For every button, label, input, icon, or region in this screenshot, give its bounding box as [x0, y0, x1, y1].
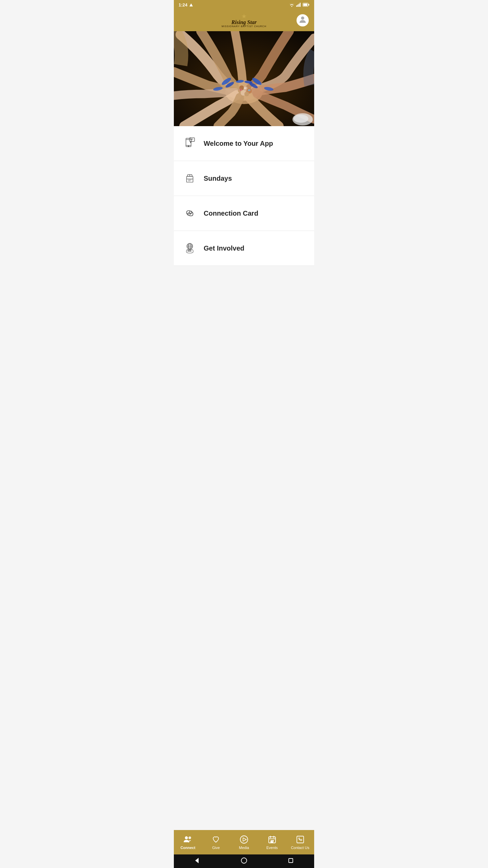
podium-icon	[182, 171, 198, 186]
link-icon	[182, 205, 198, 221]
svg-rect-39	[187, 176, 193, 182]
notification-icon	[189, 3, 193, 6]
svg-rect-47	[189, 211, 192, 214]
hero-svg	[174, 31, 314, 126]
signal-icon	[296, 3, 301, 7]
menu-item-get-involved-label: Get Involved	[204, 244, 244, 252]
menu-item-welcome-label: Welcome to Your App	[204, 140, 273, 147]
svg-point-35	[188, 146, 189, 147]
hero-image	[174, 31, 314, 126]
svg-rect-3	[300, 3, 301, 7]
avatar-icon	[298, 15, 307, 26]
svg-point-31	[293, 115, 308, 123]
status-right	[289, 3, 309, 7]
menu-item-get-involved[interactable]: Get Involved	[174, 231, 314, 266]
phone-message-icon	[182, 136, 198, 151]
menu-list: Welcome to Your App Sundays	[174, 126, 314, 307]
logo-subtext: Missionary Baptist Church	[222, 25, 266, 27]
logo-star: ★	[241, 13, 247, 19]
svg-rect-2	[299, 4, 300, 7]
menu-item-connection-card[interactable]: Connection Card	[174, 196, 314, 231]
svg-rect-5	[308, 4, 309, 6]
svg-point-7	[301, 17, 304, 20]
svg-point-26	[244, 87, 246, 89]
status-time: 1:24	[179, 2, 187, 7]
status-bar: 1:24	[174, 0, 314, 9]
app-header: ★ Rising Star Missionary Baptist Church	[174, 9, 314, 31]
svg-rect-1	[298, 5, 299, 7]
logo-name: Rising Star	[231, 19, 257, 25]
menu-item-sundays[interactable]: Sundays	[174, 161, 314, 196]
menu-item-sundays-label: Sundays	[204, 175, 232, 182]
menu-item-welcome[interactable]: Welcome to Your App	[174, 126, 314, 161]
app-logo: ★ Rising Star Missionary Baptist Church	[222, 13, 266, 28]
battery-icon	[303, 3, 309, 7]
svg-rect-0	[296, 5, 297, 7]
svg-point-29	[248, 90, 250, 91]
status-left: 1:24	[179, 2, 193, 7]
globe-hand-icon	[182, 240, 198, 256]
svg-point-28	[240, 89, 242, 91]
wifi-icon	[289, 3, 294, 7]
menu-item-connection-card-label: Connection Card	[204, 210, 258, 217]
svg-point-23	[244, 92, 249, 96]
svg-rect-6	[303, 4, 307, 6]
svg-rect-46	[187, 212, 191, 216]
profile-avatar-button[interactable]	[297, 14, 309, 26]
